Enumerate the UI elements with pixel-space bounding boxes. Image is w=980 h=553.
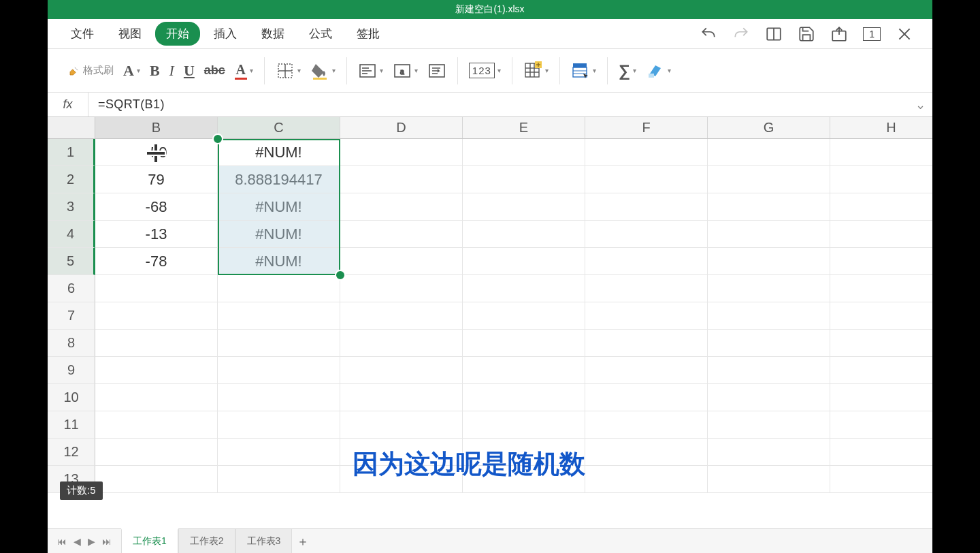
undo-icon[interactable]: [700, 25, 717, 43]
spreadsheet-grid[interactable]: B C D E F G H 1 2 3 4 5 6 7 8 9 10 11 12…: [48, 117, 932, 528]
cell-G6[interactable]: [708, 275, 830, 302]
menu-view[interactable]: 视图: [108, 22, 152, 46]
cell-C8[interactable]: [218, 330, 340, 357]
cell-H10[interactable]: [830, 384, 932, 411]
cell-B12[interactable]: [95, 439, 218, 466]
sheet-last-icon[interactable]: ⏭: [101, 535, 113, 548]
select-all-corner[interactable]: [48, 117, 95, 139]
italic-button[interactable]: I: [169, 62, 174, 80]
format-painter-button[interactable]: 格式刷: [68, 64, 114, 77]
row-header-4[interactable]: 4: [48, 221, 95, 248]
cell-C2[interactable]: 8.888194417: [218, 166, 340, 193]
cell-C1[interactable]: #NUM!: [218, 139, 340, 166]
cell-G10[interactable]: [708, 384, 830, 411]
cell-H9[interactable]: [830, 357, 932, 384]
cell-B6[interactable]: [95, 275, 218, 302]
cell-C10[interactable]: [218, 384, 340, 411]
border-button[interactable]: ▾: [276, 61, 301, 80]
col-header-G[interactable]: G: [708, 117, 830, 138]
cell-D3[interactable]: [340, 193, 463, 221]
cell-D10[interactable]: [340, 384, 463, 411]
cell-E2[interactable]: [463, 166, 585, 193]
col-header-H[interactable]: H: [830, 117, 932, 138]
cell-G13[interactable]: [708, 466, 830, 493]
row-header-9[interactable]: 9: [48, 357, 95, 384]
cell-G4[interactable]: [708, 221, 830, 248]
fill-color-button[interactable]: ▾: [310, 61, 336, 80]
sheet-tab-1[interactable]: 工作表1: [121, 528, 178, 553]
cell-F5[interactable]: [585, 248, 708, 275]
cell-F3[interactable]: [585, 193, 708, 221]
autosum-button[interactable]: ∑▾: [619, 61, 636, 80]
cell-C3[interactable]: #NUM!: [218, 193, 340, 221]
cell-E11[interactable]: [463, 411, 585, 439]
cell-H2[interactable]: [830, 166, 932, 193]
cell-D5[interactable]: [340, 248, 463, 275]
cell-C9[interactable]: [218, 357, 340, 384]
row-header-12[interactable]: 12: [48, 439, 95, 466]
cell-G1[interactable]: [708, 139, 830, 166]
cell-H5[interactable]: [830, 248, 932, 275]
row-header-11[interactable]: 11: [48, 411, 95, 439]
cell-H13[interactable]: [830, 466, 932, 493]
redo-icon[interactable]: [732, 25, 750, 43]
cell-C12[interactable]: [218, 439, 340, 466]
font-family-button[interactable]: A▾: [123, 62, 140, 80]
cell-C7[interactable]: [218, 302, 340, 330]
formula-input[interactable]: =SQRT(B1): [88, 97, 908, 112]
align-left-button[interactable]: ▾: [358, 61, 383, 80]
cell-H8[interactable]: [830, 330, 932, 357]
add-sheet-button[interactable]: ＋: [292, 529, 314, 553]
insert-cells-button[interactable]: ▾: [523, 61, 549, 80]
cell-B3[interactable]: -68: [95, 193, 218, 221]
cell-D11[interactable]: [340, 411, 463, 439]
cell-B5[interactable]: -78: [95, 248, 218, 275]
wrap-text-button[interactable]: [427, 61, 446, 80]
cell-D1[interactable]: [340, 139, 463, 166]
cell-F13[interactable]: [585, 466, 708, 493]
col-header-D[interactable]: D: [340, 117, 463, 138]
number-format-button[interactable]: 123 ▾: [469, 63, 501, 78]
cell-F4[interactable]: [585, 221, 708, 248]
cell-B7[interactable]: [95, 302, 218, 330]
menu-home[interactable]: 开始: [155, 22, 200, 46]
sheet-tab-2[interactable]: 工作表2: [178, 529, 235, 553]
cell-E8[interactable]: [463, 330, 585, 357]
clear-button[interactable]: ▾: [646, 61, 671, 80]
cell-D6[interactable]: [340, 275, 463, 302]
cell-F10[interactable]: [585, 384, 708, 411]
cell-D7[interactable]: [340, 302, 463, 330]
cell-H4[interactable]: [830, 221, 932, 248]
bold-button[interactable]: B: [150, 62, 160, 80]
cell-B9[interactable]: [95, 357, 218, 384]
cell-B10[interactable]: [95, 384, 218, 411]
row-header-10[interactable]: 10: [48, 384, 95, 411]
menu-data[interactable]: 数据: [250, 22, 295, 46]
cell-G11[interactable]: [708, 411, 830, 439]
reading-view-icon[interactable]: [765, 25, 783, 43]
cell-B11[interactable]: [95, 411, 218, 439]
cell-C6[interactable]: [218, 275, 340, 302]
cell-F7[interactable]: [585, 302, 708, 330]
cell-G3[interactable]: [708, 193, 830, 221]
row-header-6[interactable]: 6: [48, 275, 95, 302]
cell-G8[interactable]: [708, 330, 830, 357]
cell-H6[interactable]: [830, 275, 932, 302]
merge-button[interactable]: a▾: [393, 61, 418, 80]
font-color-button[interactable]: A ▾: [235, 62, 253, 80]
cell-D4[interactable]: [340, 221, 463, 248]
close-icon[interactable]: [896, 25, 913, 43]
cell-G12[interactable]: [708, 439, 830, 466]
cell-D9[interactable]: [340, 357, 463, 384]
cell-E4[interactable]: [463, 221, 585, 248]
cell-F2[interactable]: [585, 166, 708, 193]
cell-B4[interactable]: -13: [95, 221, 218, 248]
strikethrough-button[interactable]: abc: [204, 63, 225, 78]
cell-H3[interactable]: [830, 193, 932, 221]
cell-C11[interactable]: [218, 411, 340, 439]
col-header-B[interactable]: B: [95, 117, 218, 138]
cell-F9[interactable]: [585, 357, 708, 384]
cell-F1[interactable]: [585, 139, 708, 166]
cell-E3[interactable]: [463, 193, 585, 221]
cell-H12[interactable]: [830, 439, 932, 466]
